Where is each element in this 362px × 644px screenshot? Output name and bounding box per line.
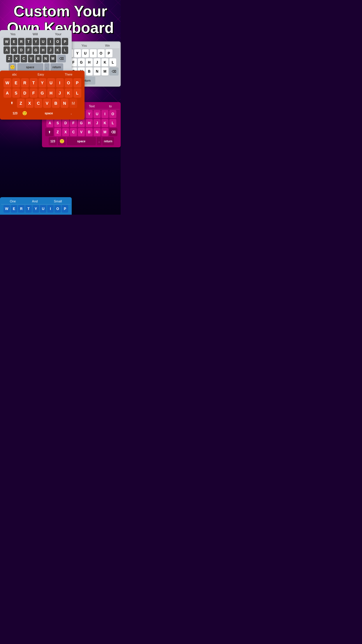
orange-suggestion-3[interactable]: There <box>64 73 73 76</box>
pink-backspace[interactable] <box>109 128 117 136</box>
key-V[interactable]: V <box>28 55 34 62</box>
okey-E[interactable]: E <box>12 78 20 88</box>
okey-K[interactable]: K <box>65 88 73 98</box>
pkey-F[interactable]: F <box>70 119 77 127</box>
white-suggestion-3[interactable]: We <box>104 43 111 48</box>
wkey-M[interactable]: M <box>101 67 108 76</box>
key-K[interactable]: K <box>55 46 61 54</box>
wkey-U[interactable]: U <box>82 49 89 57</box>
okey-Z[interactable]: Z <box>17 99 25 108</box>
pink-suggestion-3[interactable]: to <box>108 104 113 108</box>
okey-R[interactable]: R <box>21 78 29 88</box>
key-I[interactable]: I <box>47 38 54 46</box>
wkey-K[interactable]: K <box>101 58 108 66</box>
orange-space[interactable]: space <box>30 109 68 118</box>
wkey-O[interactable]: O <box>98 49 105 57</box>
key-H[interactable]: H <box>40 46 46 54</box>
key-B[interactable]: B <box>35 55 42 62</box>
pkey-X[interactable]: X <box>62 128 69 136</box>
key-L[interactable]: L <box>62 46 68 54</box>
pink-space[interactable]: space <box>67 137 96 145</box>
okey-D[interactable]: D <box>21 88 29 98</box>
key-Z[interactable]: Z <box>6 55 13 62</box>
white-suggestion-2[interactable]: You <box>80 43 88 48</box>
pkey-G[interactable]: G <box>78 119 85 127</box>
period-key[interactable]: . <box>44 63 50 71</box>
pink-shift[interactable] <box>45 128 53 136</box>
key-N[interactable]: N <box>43 55 49 62</box>
key-U[interactable]: U <box>40 38 46 46</box>
pink-period[interactable]: . <box>97 137 101 145</box>
okey-M[interactable]: M <box>69 99 77 108</box>
orange-123[interactable]: 123 <box>11 109 20 118</box>
pkey-H[interactable]: H <box>86 119 93 127</box>
key-A[interactable]: A <box>3 46 10 54</box>
key-P[interactable]: P <box>62 38 68 46</box>
okey-F[interactable]: F <box>30 88 38 98</box>
blue-suggestion-1[interactable]: One <box>9 199 17 203</box>
wkey-H[interactable]: H <box>86 58 93 66</box>
okey-U[interactable]: U <box>47 78 55 88</box>
orange-suggestion-1[interactable]: abc <box>11 73 18 76</box>
okey-G[interactable]: G <box>38 88 46 98</box>
bkey-P[interactable]: P <box>62 205 68 213</box>
wkey-L[interactable]: L <box>109 58 116 66</box>
bkey-W[interactable]: W <box>3 205 10 213</box>
pkey-K[interactable]: K <box>101 119 108 127</box>
pkey-C[interactable]: C <box>70 128 77 136</box>
pink-emoji[interactable]: 🙂 <box>58 137 66 145</box>
bkey-U[interactable]: U <box>40 205 46 213</box>
key-X[interactable]: X <box>13 55 20 62</box>
okey-B[interactable]: B <box>52 99 60 108</box>
okey-L[interactable]: L <box>73 88 81 98</box>
key-M[interactable]: M <box>50 55 56 62</box>
okey-W[interactable]: W <box>3 78 11 88</box>
key-T[interactable]: T <box>25 38 32 46</box>
pink-suggestion-2[interactable]: Text <box>88 104 96 108</box>
key-C[interactable]: C <box>21 55 27 62</box>
gray-suggestion-2[interactable]: Will <box>31 32 39 36</box>
key-W[interactable]: W <box>3 38 10 46</box>
bkey-E[interactable]: E <box>11 205 17 213</box>
bkey-R[interactable]: R <box>18 205 24 213</box>
pkey-O[interactable]: O <box>109 110 116 118</box>
pkey-I[interactable]: I <box>101 110 108 118</box>
okey-C[interactable]: C <box>34 99 42 108</box>
okey-N[interactable]: N <box>61 99 68 108</box>
orange-period[interactable]: . <box>69 109 74 118</box>
okey-S[interactable]: S <box>12 88 20 98</box>
pkey-J[interactable]: J <box>94 119 101 127</box>
pkey-D[interactable]: D <box>62 119 69 127</box>
pkey-Y[interactable]: Y <box>86 110 93 118</box>
wkey-I[interactable]: I <box>90 49 97 57</box>
backspace-key[interactable] <box>57 55 66 62</box>
wkey-J[interactable]: J <box>94 58 101 66</box>
orange-emoji[interactable]: 🙂 <box>20 109 29 118</box>
okey-Y[interactable]: Y <box>38 78 46 88</box>
blue-suggestion-3[interactable]: Small <box>53 199 63 203</box>
pkey-B[interactable]: B <box>86 128 93 136</box>
pink-return[interactable]: return <box>102 137 114 145</box>
wkey-N[interactable]: N <box>94 67 101 76</box>
key-J[interactable]: J <box>47 46 54 54</box>
orange-shift[interactable] <box>7 99 16 107</box>
gray-suggestion-3[interactable]: Your <box>54 32 62 36</box>
bkey-Y[interactable]: Y <box>33 205 39 213</box>
pkey-S[interactable]: S <box>54 119 61 127</box>
key-R[interactable]: R <box>18 38 24 46</box>
emoji-key[interactable]: 🙂 <box>9 63 16 71</box>
pkey-U[interactable]: U <box>94 110 101 118</box>
okey-J[interactable]: J <box>56 88 64 98</box>
pkey-M[interactable]: M <box>101 128 108 136</box>
key-E[interactable]: E <box>11 38 17 46</box>
pkey-A[interactable]: A <box>46 119 53 127</box>
pink-123[interactable]: 123 <box>49 137 57 145</box>
okey-P[interactable]: P <box>73 78 81 88</box>
key-O[interactable]: O <box>55 38 61 46</box>
key-D[interactable]: D <box>18 46 24 54</box>
okey-T[interactable]: T <box>30 78 38 88</box>
wkey-B[interactable]: B <box>86 67 93 76</box>
okey-X[interactable]: X <box>26 99 34 108</box>
wkey-G[interactable]: G <box>78 58 85 66</box>
okey-I[interactable]: I <box>56 78 64 88</box>
